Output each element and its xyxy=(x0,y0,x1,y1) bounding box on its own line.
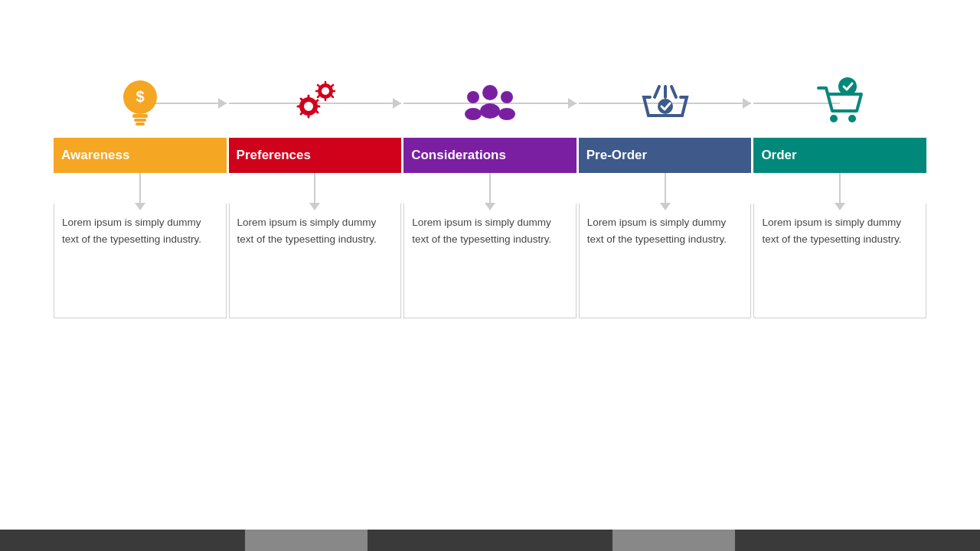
svg-point-9 xyxy=(482,85,498,100)
svg-rect-1 xyxy=(132,114,148,118)
svg-point-14 xyxy=(498,108,515,120)
down-arrow xyxy=(229,173,402,204)
svg-point-11 xyxy=(467,91,479,103)
considerations-icon xyxy=(462,77,518,129)
svg-rect-3 xyxy=(136,122,145,126)
svg-rect-2 xyxy=(134,119,146,122)
down-arrow xyxy=(403,173,577,204)
preferences-icon xyxy=(287,77,342,129)
svg-point-18 xyxy=(838,77,857,96)
down-arrow xyxy=(579,173,752,204)
stage-awareness: $ AwarenessLorem ipsum is simply dummy t… xyxy=(54,69,227,318)
stage-considerations: ConsiderationsLorem ipsum is simply dumm… xyxy=(403,69,577,318)
down-arrow xyxy=(753,173,926,204)
svg-point-16 xyxy=(830,115,838,122)
svg-point-10 xyxy=(480,103,500,119)
considerations-header: Considerations xyxy=(403,138,577,173)
down-arrow xyxy=(54,173,227,204)
preferences-header: Preferences xyxy=(229,138,402,173)
arrow-head xyxy=(393,98,401,109)
journey-map: $ AwarenessLorem ipsum is simply dummy t… xyxy=(54,69,926,318)
svg-text:$: $ xyxy=(136,88,144,105)
svg-point-17 xyxy=(848,115,856,122)
preorder-body: Lorem ipsum is simply dummy text of the … xyxy=(579,204,752,318)
arrow-head xyxy=(568,98,577,109)
awareness-body: Lorem ipsum is simply dummy text of the … xyxy=(54,204,227,318)
arrow-head xyxy=(743,98,751,109)
considerations-body: Lorem ipsum is simply dummy text of the … xyxy=(403,204,577,318)
svg-point-8 xyxy=(322,87,329,95)
preorder-header: Pre-Order xyxy=(579,138,752,173)
arrow-head xyxy=(218,98,227,109)
preorder-icon xyxy=(638,76,693,131)
order-body: Lorem ipsum is simply dummy text of the … xyxy=(753,204,926,318)
bottom-bar xyxy=(0,530,980,551)
awareness-header: Awareness xyxy=(54,138,227,173)
stage-preferences: PreferencesLorem ipsum is simply dummy t… xyxy=(229,69,402,318)
stage-order: OrderLorem ipsum is simply dummy text of… xyxy=(753,69,926,318)
preferences-body: Lorem ipsum is simply dummy text of the … xyxy=(229,204,402,318)
order-icon xyxy=(812,76,867,131)
svg-point-15 xyxy=(658,99,673,114)
order-header: Order xyxy=(753,138,926,173)
stage-preorder: Pre-OrderLorem ipsum is simply dummy tex… xyxy=(579,69,752,318)
awareness-icon: $ xyxy=(116,76,165,131)
svg-point-6 xyxy=(304,102,313,111)
svg-point-12 xyxy=(465,108,482,120)
svg-point-13 xyxy=(501,91,513,103)
